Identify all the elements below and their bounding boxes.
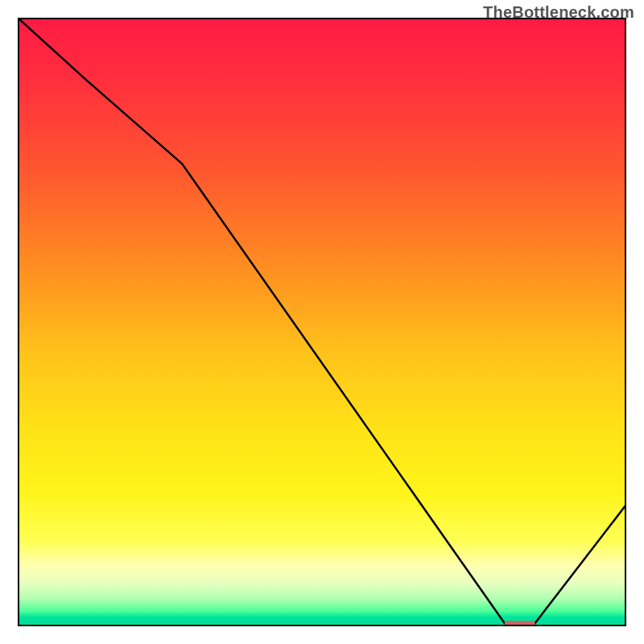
chart-frame: TheBottleneck.com <box>0 0 644 644</box>
plot-wrap <box>18 18 626 626</box>
watermark-label: TheBottleneck.com <box>483 3 634 22</box>
bottleneck-chart <box>18 18 626 626</box>
gradient-background <box>18 18 626 626</box>
